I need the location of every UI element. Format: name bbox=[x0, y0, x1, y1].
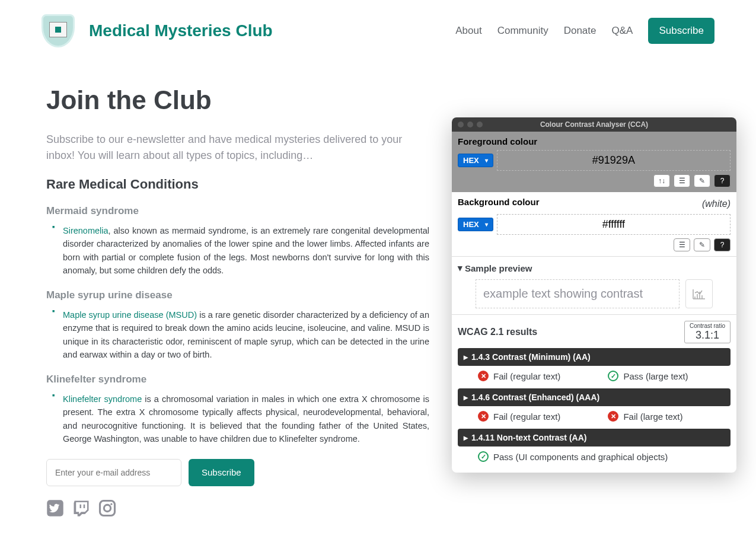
criterion-1411[interactable]: ▸1.4.11 Non-text Contrast (AA) bbox=[458, 429, 731, 446]
bg-format-select[interactable]: HEX bbox=[458, 218, 493, 231]
condition-name: Klinefelter syndrome bbox=[46, 374, 433, 385]
fail-icon: ✕ bbox=[478, 371, 489, 381]
sample-preview-toggle[interactable]: ▾Sample preview bbox=[458, 263, 731, 273]
background-label: Background colour bbox=[458, 197, 540, 207]
fail-icon: ✕ bbox=[608, 411, 618, 422]
site-header: Medical Mysteries Club About Community D… bbox=[0, 0, 756, 62]
subscribe-form: Subscribe bbox=[46, 459, 433, 486]
condition-link[interactable]: Sirenomelia bbox=[63, 226, 109, 235]
fg-format-select[interactable]: HEX bbox=[458, 154, 493, 167]
contrast-ratio: Contrast ratio 3.1:1 bbox=[684, 321, 731, 343]
intro-text: Subscribe to our e-newsletter and have m… bbox=[46, 132, 426, 164]
instagram-icon[interactable] bbox=[98, 499, 116, 517]
email-field[interactable] bbox=[46, 459, 181, 486]
main-nav: About Community Donate Q&A Subscribe bbox=[455, 18, 714, 44]
result-fail-regular: ✕Fail (regular text) bbox=[478, 371, 560, 381]
nav-community[interactable]: Community bbox=[497, 25, 548, 37]
subscribe-button-header[interactable]: Subscribe bbox=[648, 18, 714, 44]
swap-icon[interactable]: ↑↓ bbox=[653, 174, 670, 187]
criterion-143[interactable]: ▸1.4.3 Contrast (Minimum) (AA) bbox=[458, 348, 731, 366]
brand: Medical Mysteries Club bbox=[42, 14, 273, 47]
logo-icon bbox=[42, 14, 75, 47]
condition-mermaid: Mermaid syndrome Sirenomelia, also known… bbox=[46, 205, 433, 278]
bg-name-label: (white) bbox=[702, 199, 731, 209]
foreground-label: Foreground colour bbox=[458, 136, 731, 146]
svg-point-3 bbox=[110, 503, 112, 505]
condition-name: Maple syrup urine disease bbox=[46, 289, 433, 301]
chart-icon[interactable] bbox=[685, 279, 713, 308]
condition-link[interactable]: Maple syrup urine disease (MSUD) bbox=[63, 310, 197, 320]
condition-msud: Maple syrup urine disease Maple syrup ur… bbox=[46, 289, 433, 362]
sliders-icon[interactable]: ☰ bbox=[674, 174, 690, 187]
help-icon[interactable]: ? bbox=[714, 238, 731, 251]
condition-text: Maple syrup urine disease (MSUD) is a ra… bbox=[55, 308, 429, 362]
social-links bbox=[46, 499, 433, 517]
condition-name: Mermaid syndrome bbox=[46, 205, 433, 217]
caret-right-icon: ▸ bbox=[464, 393, 468, 402]
eyedropper-icon[interactable]: ✎ bbox=[694, 174, 710, 187]
twitch-icon[interactable] bbox=[72, 499, 90, 517]
svg-rect-1 bbox=[100, 500, 115, 515]
criterion-146[interactable]: ▸1.4.6 Contrast (Enhanced) (AAA) bbox=[458, 388, 731, 406]
condition-text: Sirenomelia, also known as mermaid syndr… bbox=[55, 224, 429, 278]
result-fail-regular: ✕Fail (regular text) bbox=[478, 411, 560, 422]
result-fail-large: ✕Fail (large text) bbox=[608, 411, 682, 422]
results-title: WCAG 2.1 results bbox=[458, 327, 537, 337]
caret-right-icon: ▸ bbox=[464, 433, 468, 442]
main-content: Join the Club Subscribe to our e-newslet… bbox=[0, 62, 474, 529]
pass-icon: ✓ bbox=[478, 451, 489, 462]
sample-text: example text showing contrast bbox=[476, 279, 680, 308]
cca-title: Colour Contrast Analyser (CCA) bbox=[452, 120, 736, 129]
cca-titlebar[interactable]: Colour Contrast Analyser (CCA) bbox=[452, 117, 736, 132]
fg-color-input[interactable] bbox=[497, 150, 731, 171]
caret-down-icon: ▾ bbox=[458, 263, 462, 273]
results-section: WCAG 2.1 results Contrast ratio 3.1:1 ▸1… bbox=[452, 314, 736, 473]
brand-name: Medical Mysteries Club bbox=[89, 21, 273, 40]
caret-right-icon: ▸ bbox=[464, 352, 468, 362]
sample-preview-section: ▾Sample preview example text showing con… bbox=[452, 256, 736, 314]
nav-about[interactable]: About bbox=[455, 25, 481, 37]
subscribe-button[interactable]: Subscribe bbox=[189, 459, 254, 486]
bg-color-input[interactable] bbox=[497, 214, 731, 235]
pass-icon: ✓ bbox=[608, 371, 618, 381]
result-pass-large: ✓Pass (large text) bbox=[608, 371, 688, 381]
section-title: Rare Medical Conditions bbox=[46, 177, 433, 192]
nav-donate[interactable]: Donate bbox=[564, 25, 596, 37]
help-icon[interactable]: ? bbox=[714, 174, 731, 187]
twitter-icon[interactable] bbox=[46, 499, 64, 517]
nav-qa[interactable]: Q&A bbox=[611, 25, 633, 37]
cca-window: Colour Contrast Analyser (CCA) Foregroun… bbox=[452, 117, 736, 473]
condition-text: Klinefelter syndrome is a chromosomal va… bbox=[55, 393, 429, 446]
eyedropper-icon[interactable]: ✎ bbox=[694, 238, 710, 251]
page-title: Join the Club bbox=[46, 85, 433, 115]
background-section: Background colour (white) HEX ☰ ✎ ? bbox=[452, 192, 736, 256]
result-pass-ui: ✓Pass (UI components and graphical objec… bbox=[478, 451, 668, 462]
fail-icon: ✕ bbox=[478, 411, 489, 422]
condition-link[interactable]: Klinefelter syndrome bbox=[63, 394, 142, 404]
foreground-section: Foreground colour HEX ↑↓ ☰ ✎ ? bbox=[452, 132, 736, 192]
condition-klinefelter: Klinefelter syndrome Klinefelter syndrom… bbox=[46, 374, 433, 446]
svg-point-2 bbox=[104, 505, 110, 511]
sliders-icon[interactable]: ☰ bbox=[674, 238, 690, 251]
